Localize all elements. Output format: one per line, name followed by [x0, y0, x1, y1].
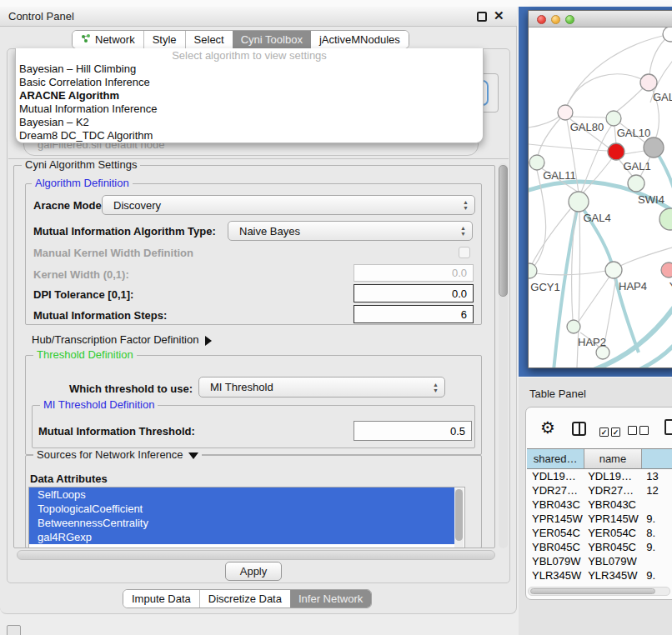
node-label: GAL10 [617, 127, 650, 139]
algorithm-option[interactable]: Mutual Information Inference [16, 102, 483, 116]
tab-impute-data[interactable]: Impute Data [123, 590, 199, 608]
tab-jactivemnodules[interactable]: jActiveMNodules [311, 31, 409, 48]
scrollbar-thumb[interactable] [455, 489, 463, 541]
column-header-partial[interactable] [642, 449, 672, 468]
settings-horizontal-scrollbar[interactable] [17, 550, 495, 560]
manual-kernel-checkbox[interactable] [459, 247, 470, 258]
cyni-algorithm-settings-title: Cyni Algorithm Settings [22, 159, 140, 171]
table-row[interactable]: YLR345WYLR345W9. [527, 568, 672, 582]
table-row[interactable]: YBL079WYBL079W [527, 554, 672, 568]
algorithm-option[interactable]: Basic Correlation Inference [16, 76, 483, 89]
split-panel-icon[interactable] [572, 422, 586, 436]
table-cell: 8. [641, 526, 672, 540]
network-node[interactable] [659, 208, 672, 230]
close-window-icon[interactable] [537, 15, 546, 24]
table-cell: YIL052C [584, 582, 641, 586]
mi-steps-field[interactable]: 6 [354, 305, 474, 323]
tab-label: jActiveMNodules [319, 33, 400, 46]
dpi-tolerance-label: DPI Tolerance [0,1]: [33, 288, 133, 301]
network-node[interactable] [605, 262, 622, 278]
top-strip [0, 0, 672, 7]
list-item[interactable]: SelfLoops [29, 488, 454, 502]
table-cell: 12 [641, 483, 672, 498]
mi-threshold-field[interactable]: 0.5 [354, 421, 472, 441]
function-builder-icon[interactable] [664, 419, 672, 435]
table-row[interactable]: YIL052CYIL052C9 [527, 582, 672, 586]
aracne-mode-combo[interactable]: Discovery ▲▼ [102, 195, 475, 215]
column-header-shared-name[interactable]: shared… [527, 449, 584, 468]
dpi-tolerance-field[interactable]: 0.0 [354, 284, 474, 302]
table-horizontal-scrollbar[interactable] [528, 587, 670, 596]
hub-section[interactable]: Hub/Transcription Factor Definition [32, 333, 212, 346]
network-window[interactable]: GALGAL80GAL10GAL11GAL1SWI4GAL4GCY1HAP4YH… [528, 10, 672, 368]
kernel-width-field[interactable]: 0.0 [354, 264, 474, 282]
scrollbar-thumb[interactable] [499, 165, 508, 297]
close-panel-icon[interactable]: ✕ [494, 8, 504, 23]
table-cell: YLR345W [584, 568, 641, 582]
settings-vertical-scrollbar[interactable] [499, 163, 508, 548]
gear-icon[interactable]: ⚙ [540, 418, 555, 438]
node-label: Y [669, 280, 672, 292]
mi-threshold-label: Mutual Information Threshold: [38, 425, 195, 438]
network-node[interactable] [644, 138, 664, 158]
network-node[interactable] [608, 143, 624, 160]
tab-discretize-data[interactable]: Discretize Data [199, 590, 290, 608]
network-node[interactable] [558, 105, 573, 120]
table-row[interactable]: YDL19…YDL19…13 [527, 469, 672, 483]
algorithm-option[interactable]: Bayesian – Hill Climbing [16, 62, 483, 76]
table-row[interactable]: YPR145WYPR145W9. [527, 512, 672, 526]
network-window-titlebar[interactable] [529, 11, 672, 28]
aracne-mode-value: Discovery [113, 199, 161, 212]
deselect-all-columns-icon[interactable] [628, 425, 651, 438]
algorithm-option[interactable]: ARACNE Algorithm [16, 89, 483, 102]
zoom-window-icon[interactable] [565, 15, 574, 24]
tab-label: Impute Data [132, 592, 191, 605]
list-item[interactable]: BetweennessCentrality [29, 516, 454, 530]
minimize-window-icon[interactable] [551, 15, 560, 24]
scrollbar-thumb[interactable] [530, 588, 655, 594]
minimized-panel-button[interactable] [7, 625, 21, 635]
mi-type-combo[interactable]: Naive Bayes ▲▼ [228, 221, 473, 241]
network-node[interactable] [606, 111, 621, 126]
network-node[interactable] [661, 262, 672, 278]
tab-cyni-toolbox[interactable]: Cyni Toolbox [233, 31, 311, 48]
data-attributes-list: SelfLoopsTopologicalCoefficientBetweenne… [29, 488, 464, 544]
table-row[interactable]: YBR045CYBR045C9. [527, 540, 672, 554]
network-node[interactable] [567, 320, 580, 333]
network-node[interactable] [529, 155, 544, 170]
algorithm-definition-title: Algorithm Definition [32, 178, 133, 189]
select-all-columns-icon[interactable]: ✓✓ [599, 425, 623, 438]
list-item[interactable]: TopologicalCoefficient [29, 502, 454, 516]
algorithm-option[interactable]: Dream8 DC_TDC Algorithm [16, 129, 483, 142]
network-node[interactable] [640, 74, 657, 91]
tab-network[interactable]: Network [73, 31, 143, 48]
table-row[interactable]: YDR27…YDR27…12 [527, 483, 672, 498]
table-cell: YDL19… [527, 469, 584, 483]
table-cell: 9. [641, 540, 672, 554]
table-row[interactable]: YER054CYER054C8. [527, 526, 672, 540]
tab-select[interactable]: Select [185, 31, 233, 48]
tab-label: Select [194, 33, 224, 46]
network-node[interactable] [529, 263, 537, 278]
mi-steps-label: Mutual Information Steps: [33, 309, 167, 322]
tab-style[interactable]: Style [143, 31, 185, 48]
float-panel-button[interactable] [477, 12, 487, 22]
tab-infer-network[interactable]: Infer Network [290, 590, 371, 608]
algorithm-option[interactable]: Bayesian – K2 [16, 116, 483, 129]
node-label: HAP4 [619, 280, 647, 292]
sources-title[interactable]: Sources for Network Inference [33, 449, 202, 461]
network-node[interactable] [628, 175, 644, 192]
apply-button[interactable]: Apply [225, 562, 282, 581]
table-cell [641, 498, 672, 512]
column-header-name[interactable]: name [584, 449, 641, 468]
hub-section-label: Hub/Transcription Factor Definition [32, 333, 198, 346]
stepper-arrows-icon: ▲▼ [463, 199, 469, 211]
table-cell: YIL052C [527, 582, 584, 586]
which-threshold-combo[interactable]: MI Threshold ▲▼ [198, 377, 445, 398]
list-item[interactable]: gal4RGexp [29, 530, 454, 544]
table-row[interactable]: YBR043CYBR043C [527, 498, 672, 512]
list-scrollbar[interactable] [454, 488, 464, 548]
network-node[interactable] [569, 192, 589, 212]
which-threshold-value: MI Threshold [210, 381, 273, 393]
network-canvas[interactable]: GALGAL80GAL10GAL11GAL1SWI4GAL4GCY1HAP4YH… [529, 28, 672, 368]
